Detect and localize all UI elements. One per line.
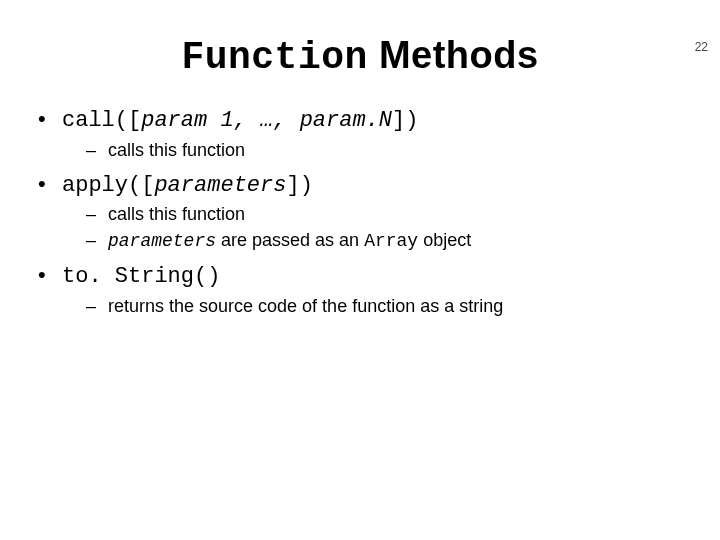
code-call: call([param 1, …, param.N]) bbox=[62, 108, 418, 133]
slide: 22 Function Methods call([param 1, …, pa… bbox=[0, 34, 720, 540]
code-apply: apply([parameters]) bbox=[62, 173, 313, 198]
sub-apply-2: parameters are passed as an Array object bbox=[62, 229, 686, 253]
code-tostring: to. String() bbox=[62, 264, 220, 289]
title-function: Function bbox=[181, 36, 367, 79]
sub-apply-2-param: parameters bbox=[108, 231, 216, 251]
code-apply-params: parameters bbox=[154, 173, 286, 198]
bullet-apply: apply([parameters]) calls this function … bbox=[34, 170, 686, 253]
sub-apply-1: calls this function bbox=[62, 203, 686, 226]
bullet-call: call([param 1, …, param.N]) calls this f… bbox=[34, 105, 686, 162]
bullet-tostring: to. String() returns the source code of … bbox=[34, 261, 686, 318]
sublist-apply: calls this function parameters are passe… bbox=[62, 203, 686, 253]
code-call-params: param 1, …, param.N bbox=[141, 108, 392, 133]
title-methods: Methods bbox=[368, 34, 539, 76]
code-apply-post: ]) bbox=[286, 173, 312, 198]
slide-title: Function Methods bbox=[0, 34, 720, 79]
sublist-tostring: returns the source code of the function … bbox=[62, 295, 686, 318]
slide-content: call([param 1, …, param.N]) calls this f… bbox=[34, 105, 686, 318]
code-apply-pre: apply([ bbox=[62, 173, 154, 198]
sub-call-1: calls this function bbox=[62, 139, 686, 162]
bullet-list: call([param 1, …, param.N]) calls this f… bbox=[34, 105, 686, 318]
sub-apply-2-suffix: object bbox=[418, 230, 471, 250]
sub-apply-2-array: Array bbox=[364, 231, 418, 251]
sub-apply-2-mid: are passed as an bbox=[216, 230, 364, 250]
page-number: 22 bbox=[695, 40, 708, 54]
sub-tostring-1: returns the source code of the function … bbox=[62, 295, 686, 318]
sublist-call: calls this function bbox=[62, 139, 686, 162]
code-call-pre: call([ bbox=[62, 108, 141, 133]
code-call-post: ]) bbox=[392, 108, 418, 133]
